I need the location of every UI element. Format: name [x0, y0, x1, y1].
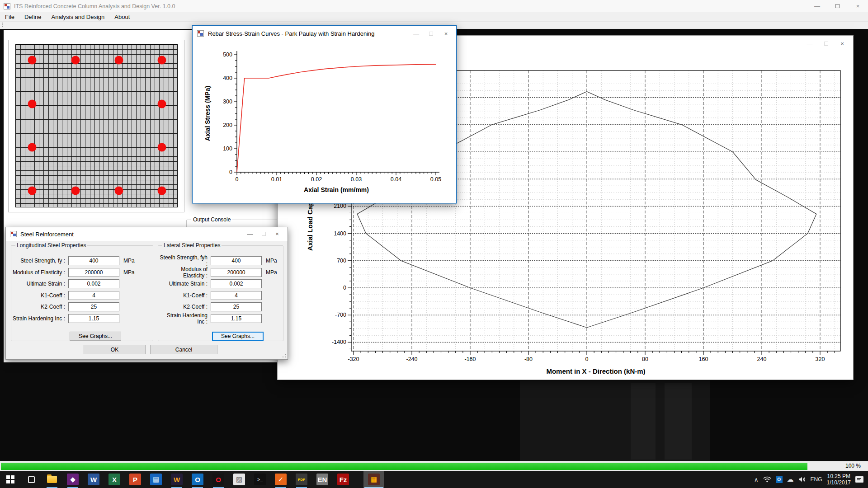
en-tool-taskbar[interactable]: EN	[312, 471, 333, 488]
field-label: Steelh Strength, fyh :	[158, 254, 208, 267]
stress-minimize-button[interactable]: —	[409, 28, 424, 39]
stress-close-button[interactable]: ×	[439, 28, 453, 39]
cross-section-mesh-grid	[15, 44, 178, 207]
input-ultimate-strain[interactable]: 0.002	[68, 279, 119, 288]
rebar-dot	[158, 187, 166, 195]
stress-strain-chart: 010020030040050000.010.020.030.040.05Axi…	[193, 41, 456, 203]
svg-text:-700: -700	[335, 312, 346, 318]
steel-close-button[interactable]: ×	[270, 230, 284, 238]
unit-label: MPa	[266, 258, 277, 264]
svg-text:0: 0	[343, 285, 346, 291]
field-label: Modulus of Elasticity :	[158, 266, 208, 279]
cancel-button[interactable]: Cancel	[150, 345, 217, 354]
action-center-icon[interactable]	[855, 476, 863, 483]
input-modulus-of-elasticity[interactable]: 200000	[211, 268, 262, 277]
input-k2-coeff[interactable]: 25	[68, 302, 119, 311]
input-steel-strength-fy[interactable]: 400	[68, 256, 119, 265]
volume-icon[interactable]	[798, 476, 806, 483]
svg-text:Axial Strain (mm/mm): Axial Strain (mm/mm)	[304, 186, 369, 193]
main-menubar: FileDefineAnalysis and DesignAbout	[0, 12, 868, 22]
menu-item-file[interactable]: File	[0, 13, 19, 21]
wifi-icon[interactable]	[763, 476, 771, 483]
powerpoint-taskbar[interactable]: P	[125, 471, 146, 488]
toolbar-grip[interactable]	[2, 23, 3, 28]
opera-taskbar[interactable]: O	[208, 471, 229, 488]
main-window-titlebar: ITS Reinforced Concrete Column Analysis …	[0, 0, 868, 12]
svg-text:1400: 1400	[334, 230, 346, 237]
field-label: Ultimate Strain :	[27, 281, 65, 287]
task-view-button[interactable]	[21, 471, 42, 488]
field-label: Ultimate Strain :	[169, 281, 208, 287]
input-strain-hardening-inc[interactable]: 1.15	[68, 314, 119, 323]
menu-item-analysis-and-design[interactable]: Analysis and Design	[47, 13, 110, 21]
groupbox-label: Longitudinal Steel Properties	[15, 242, 87, 249]
chart-close-button[interactable]: ×	[834, 38, 850, 49]
input-k2-coeff[interactable]: 25	[211, 302, 262, 311]
input-modulus-of-elasticity[interactable]: 200000	[68, 268, 119, 277]
field-label: Strain Hardening Inc :	[13, 315, 65, 322]
see-graphs-button-lateral[interactable]: See Graphs...	[212, 332, 264, 341]
menu-item-define[interactable]: Define	[19, 13, 47, 21]
unit-label: MPa	[266, 269, 277, 276]
excel-taskbar[interactable]: X	[104, 471, 125, 488]
wallpaper-shape	[520, 380, 710, 461]
menu-item-about[interactable]: About	[109, 13, 135, 21]
photo-viewer-taskbar[interactable]: ▨	[229, 471, 250, 488]
group-longitudinal-steel: Longitudinal Steel PropertiesSteel Stren…	[11, 245, 153, 341]
app-form-icon	[4, 3, 10, 9]
messenger-taskbar[interactable]: W	[166, 471, 187, 488]
svg-text:0.04: 0.04	[391, 176, 401, 183]
input-ultimate-strain[interactable]: 0.002	[211, 279, 262, 288]
office-doc-taskbar[interactable]: ▤	[146, 471, 166, 488]
steel-dialog-icon	[10, 231, 17, 237]
onedrive-cloud-icon[interactable]: ☁	[787, 475, 794, 483]
stress-maximize-button[interactable]	[424, 28, 439, 39]
svg-text:0.01: 0.01	[271, 176, 282, 183]
outlook-taskbar[interactable]: O	[187, 471, 208, 488]
svg-text:0.03: 0.03	[351, 176, 362, 183]
taskbar: ◆WXP▤WOO▨>_✓PDFENFz▦ ∧ O ☁ ENG	[0, 471, 868, 488]
steel-maximize-button[interactable]	[257, 230, 270, 238]
command-prompt-taskbar[interactable]: >_	[250, 471, 270, 488]
chart-minimize-button[interactable]: —	[802, 38, 818, 49]
rebar-dot	[158, 56, 166, 65]
field-label: K1-Coeff :	[183, 292, 208, 299]
steel-minimize-button[interactable]: —	[243, 230, 257, 238]
input-k1-coeff[interactable]: 4	[211, 291, 262, 300]
start-button[interactable]	[0, 471, 21, 488]
svg-text:-1400: -1400	[332, 339, 346, 345]
steel-dialog-body: Longitudinal Steel PropertiesSteel Stren…	[6, 241, 288, 359]
see-graphs-button-longitudinal[interactable]: See Graphs...	[70, 332, 121, 341]
field-label: Strain Hardening Inc :	[158, 312, 208, 325]
rebar-dot	[158, 143, 166, 151]
main-maximize-button[interactable]	[827, 0, 848, 12]
svg-text:320: 320	[816, 356, 825, 362]
resize-grip[interactable]	[282, 353, 286, 358]
tray-outlook-icon[interactable]: O	[776, 476, 783, 483]
rebar-dot	[115, 56, 123, 65]
main-close-button[interactable]: ×	[848, 0, 868, 12]
checklist-taskbar[interactable]: ✓	[270, 471, 291, 488]
svg-text:240: 240	[757, 356, 767, 362]
input-k1-coeff[interactable]: 4	[68, 291, 119, 300]
filezilla-taskbar[interactable]: Fz	[333, 471, 354, 488]
file-explorer-taskbar[interactable]	[42, 471, 62, 488]
field-label: K1-Coeff :	[41, 292, 65, 299]
visual-studio-taskbar[interactable]: ◆	[62, 471, 83, 488]
tray-chevron-up-icon[interactable]: ∧	[754, 476, 759, 483]
word-taskbar[interactable]: W	[83, 471, 104, 488]
outlook-icon: O	[192, 474, 203, 485]
powerpoint-icon: P	[129, 474, 141, 485]
chart-maximize-button[interactable]	[818, 38, 834, 49]
main-minimize-button[interactable]: —	[807, 0, 827, 12]
filezilla-icon: Fz	[337, 474, 349, 485]
input-steelh-strength-fyh[interactable]: 400	[211, 256, 262, 265]
input-strain-hardening-inc[interactable]: 1.15	[211, 314, 262, 323]
language-indicator[interactable]: ENG	[811, 476, 822, 483]
pdf-tool-taskbar[interactable]: PDF	[291, 471, 312, 488]
rebar-dot	[28, 99, 36, 108]
tray-clock[interactable]: 10:25 PM 1/10/2017	[827, 473, 851, 486]
ok-button[interactable]: OK	[84, 345, 146, 354]
groupbox-label: Lateral Steel Properties	[162, 242, 222, 249]
column-app-taskbar[interactable]: ▦	[363, 471, 384, 488]
